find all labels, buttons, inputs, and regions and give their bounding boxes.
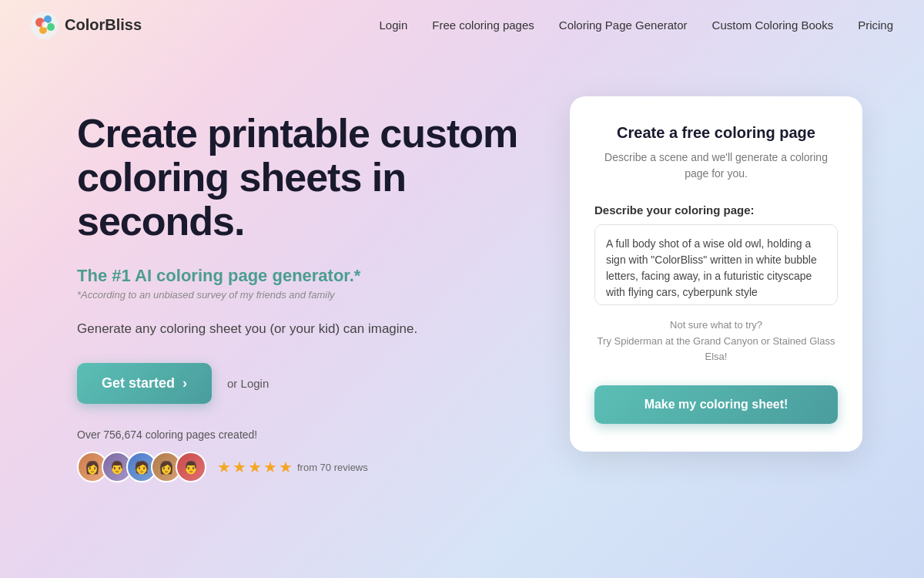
- avatar-5: 👨: [176, 452, 206, 482]
- stars-container: ★ ★ ★ ★ ★ from 70 reviews: [217, 458, 368, 476]
- stats-text: Over 756,674 coloring pages created!: [77, 428, 524, 441]
- card-title: Create a free coloring page: [594, 124, 838, 142]
- nav-free-coloring[interactable]: Free coloring pages: [432, 18, 534, 32]
- nav-generator[interactable]: Coloring Page Generator: [559, 18, 688, 32]
- card-label: Describe your coloring page:: [594, 203, 838, 217]
- star-3: ★: [248, 458, 262, 476]
- nav-login[interactable]: Login: [380, 18, 408, 32]
- logo-icon: [31, 12, 59, 39]
- coloring-card: Create a free coloring page Describe a s…: [570, 96, 862, 452]
- card-subtitle: Describe a scene and we'll generate a co…: [594, 150, 838, 182]
- brand-name: ColorBliss: [65, 16, 142, 34]
- hero-title: Create printable custom coloring sheets …: [77, 112, 524, 244]
- hero-description: Generate any coloring sheet you (or your…: [77, 319, 524, 339]
- nav-pricing[interactable]: Pricing: [858, 18, 893, 32]
- get-started-label: Get started: [102, 375, 175, 391]
- hint-text: Not sure what to try?: [594, 319, 838, 331]
- or-login-link[interactable]: or Login: [227, 377, 269, 390]
- main-content: Create printable custom coloring sheets …: [0, 50, 924, 482]
- nav-links: Login Free coloring pages Coloring Page …: [380, 18, 893, 32]
- hero-subtitle: The #1 AI coloring page generator.*: [77, 266, 524, 286]
- star-4: ★: [263, 458, 277, 476]
- svg-point-3: [47, 23, 55, 31]
- avatars: 👩 👨 🧑 👩 👨: [77, 452, 206, 482]
- nav-custom-books[interactable]: Custom Coloring Books: [712, 18, 834, 32]
- coloring-textarea[interactable]: A full body shot of a wise old owl, hold…: [594, 224, 838, 305]
- reviews-count: from 70 reviews: [297, 462, 368, 473]
- hero-footnote: *According to an unbiased survey of my f…: [77, 289, 524, 301]
- svg-point-5: [42, 22, 48, 28]
- hint-examples: Try Spiderman at the Grand Canyon or Sta…: [594, 334, 838, 364]
- get-started-arrow: ›: [182, 375, 187, 391]
- star-1: ★: [217, 458, 231, 476]
- star-2: ★: [233, 458, 246, 476]
- reviews-row: 👩 👨 🧑 👩 👨 ★ ★ ★: [77, 452, 524, 482]
- star-rating: ★ ★ ★ ★ ★: [217, 458, 293, 476]
- navbar: ColorBliss Login Free coloring pages Col…: [0, 0, 924, 50]
- logo[interactable]: ColorBliss: [31, 12, 142, 39]
- hero-section: Create printable custom coloring sheets …: [77, 96, 524, 482]
- cta-row: Get started › or Login: [77, 363, 524, 404]
- make-sheet-button[interactable]: Make my coloring sheet!: [594, 385, 838, 424]
- get-started-button[interactable]: Get started ›: [77, 363, 212, 404]
- star-5: ★: [279, 458, 293, 476]
